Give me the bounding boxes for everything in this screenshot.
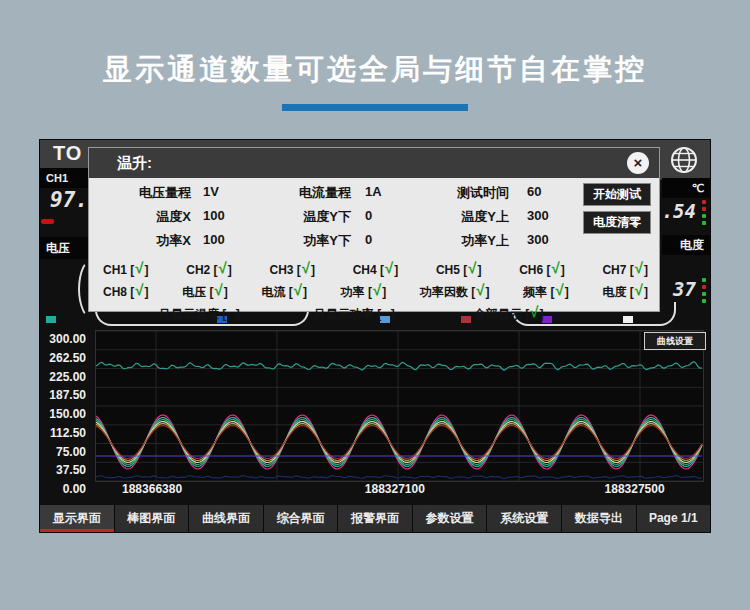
checkbox-tick-icon: √ [552, 259, 561, 276]
trend-chart-plot [95, 330, 704, 482]
y-tick-label: 112.50 [40, 426, 86, 440]
checkbox-CH1[interactable]: CH1 [√] [103, 260, 150, 280]
y-tick-label: 0.00 [40, 482, 86, 496]
checkbox-label: 电流 [261, 285, 288, 299]
channel-value-display: 97. [42, 188, 88, 212]
checkbox-功率[interactable]: 功率 [√] [341, 282, 388, 302]
field-row: 温度X100温度Y下0温度Y上300 [103, 208, 569, 230]
checkbox-label: CH1 [103, 263, 130, 277]
checkbox-tick-icon: √ [135, 281, 144, 298]
brand-logo: TO [53, 142, 82, 165]
checkbox-只显示功率[interactable]: 只显示功率 [ ] [314, 304, 396, 323]
close-icon[interactable]: × [627, 152, 649, 174]
checkbox-box: [√] [630, 285, 649, 299]
page-title: 显示通道数量可选全局与细节自在掌控 [0, 50, 750, 90]
temperature-rise-dialog: 温升: × 电压量程1V电流量程1A测试时间60 温度X100温度Y下0温度Y上… [88, 147, 660, 312]
y-tick-label: 187.50 [40, 388, 86, 402]
checkbox-label: 功率因数 [420, 285, 471, 299]
checkbox-tick-icon: √ [476, 281, 485, 298]
tab-Page 1/1[interactable]: Page 1/1 [637, 505, 711, 532]
tab-系统设置[interactable]: 系统设置 [487, 505, 561, 532]
checkbox-box: [√] [471, 285, 490, 299]
checkbox-box: [√] [130, 285, 149, 299]
tab-显示界面[interactable]: 显示界面 [40, 505, 114, 532]
checkbox-tick-icon [227, 303, 236, 320]
checkbox-功率因数[interactable]: 功率因数 [√] [420, 282, 491, 302]
x-axis-labels: 188366380188327100188327500 [95, 482, 702, 498]
tab-报警界面[interactable]: 报警界面 [338, 505, 412, 532]
checkbox-tick-icon: √ [635, 259, 644, 276]
field-label: 功率Y下 [263, 232, 351, 250]
checkbox-电压[interactable]: 电压 [√] [182, 282, 229, 302]
dialog-title: 温升: [89, 148, 659, 178]
checkbox-label: CH7 [602, 263, 629, 277]
checkbox-只显示温度[interactable]: 只显示温度 [ ] [159, 304, 241, 323]
title-underline-bar [282, 104, 468, 111]
checkbox-tick-icon: √ [135, 259, 144, 276]
checkbox-box: [√] [289, 285, 308, 299]
field-label: 功率X [103, 232, 191, 250]
checkbox-电流[interactable]: 电流 [√] [261, 282, 308, 302]
tab-参数设置[interactable]: 参数设置 [413, 505, 487, 532]
field-value[interactable]: 300 [527, 232, 597, 247]
checkbox-tick-icon: √ [294, 281, 303, 298]
checkbox-label: CH2 [186, 263, 213, 277]
checkbox-box: [ ] [222, 307, 241, 321]
start-test-button[interactable]: 开始测试 [583, 183, 651, 206]
curve-settings-button[interactable]: 曲线设置 [644, 332, 706, 350]
legend-chip [46, 316, 56, 323]
checkbox-box: [√] [630, 263, 649, 277]
checkbox-box: [ ] [377, 307, 396, 321]
checkbox-box: [√] [130, 263, 149, 277]
y-tick-label: 262.50 [40, 351, 86, 365]
checkbox-tick-icon: √ [530, 303, 539, 320]
checkbox-label: 电度 [602, 285, 629, 299]
y-tick-label: 75.00 [40, 445, 86, 459]
checkbox-CH2[interactable]: CH2 [√] [186, 260, 233, 280]
checkbox-tick-icon: √ [219, 259, 228, 276]
checkbox-tick-icon: √ [302, 259, 311, 276]
checkbox-全部显示[interactable]: 全部显示 [√] [474, 304, 545, 323]
checkbox-tick-icon: √ [215, 281, 224, 298]
tab-数据导出[interactable]: 数据导出 [562, 505, 636, 532]
field-label: 温度Y下 [263, 208, 351, 226]
field-label: 测试时间 [421, 184, 509, 202]
checkbox-box: [√] [525, 307, 544, 321]
checkbox-box: [√] [297, 263, 316, 277]
checkbox-label: CH3 [269, 263, 296, 277]
energy-value-display: 37 [656, 278, 696, 300]
channel-label: CH1 [40, 168, 88, 188]
checkbox-电度[interactable]: 电度 [√] [602, 282, 649, 302]
checkbox-CH8[interactable]: CH8 [√] [103, 282, 150, 302]
checkbox-CH6[interactable]: CH6 [√] [519, 260, 566, 280]
checkbox-tick-icon [382, 303, 391, 320]
checkbox-label: CH5 [436, 263, 463, 277]
tab-综合界面[interactable]: 综合界面 [264, 505, 338, 532]
globe-icon[interactable] [668, 144, 700, 176]
checkbox-box: [√] [463, 263, 482, 277]
checkbox-CH4[interactable]: CH4 [√] [353, 260, 400, 280]
x-tick-label: 188327100 [365, 482, 425, 496]
instrument-screen: TO CH1 97. 电压 ℃ .54 电度 37 温升: × 电压量程1V电流… [40, 140, 710, 532]
checkbox-CH3[interactable]: CH3 [√] [269, 260, 316, 280]
checkbox-label: 频率 [523, 285, 550, 299]
status-indicator [41, 219, 54, 224]
tab-曲线界面[interactable]: 曲线界面 [189, 505, 263, 532]
y-tick-label: 300.00 [40, 332, 86, 346]
checkbox-box: [√] [368, 285, 387, 299]
checkbox-box: [√] [210, 285, 229, 299]
checkbox-频率[interactable]: 频率 [√] [523, 282, 570, 302]
checkbox-CH5[interactable]: CH5 [√] [436, 260, 483, 280]
checkbox-label: CH4 [353, 263, 380, 277]
checkbox-box: [√] [547, 263, 566, 277]
checkbox-box: [√] [551, 285, 570, 299]
checkbox-box: [√] [214, 263, 233, 277]
field-label: 温度Y上 [421, 208, 509, 226]
energy-clear-button[interactable]: 电度清零 [583, 211, 651, 234]
field-label: 电流量程 [263, 184, 351, 202]
checkbox-CH7[interactable]: CH7 [√] [602, 260, 649, 280]
checkbox-label: CH8 [103, 285, 130, 299]
dialog-body: 电压量程1V电流量程1A测试时间60 温度X100温度Y下0温度Y上300 功率… [89, 178, 659, 311]
tab-棒图界面[interactable]: 棒图界面 [115, 505, 189, 532]
y-tick-label: 150.00 [40, 407, 86, 421]
